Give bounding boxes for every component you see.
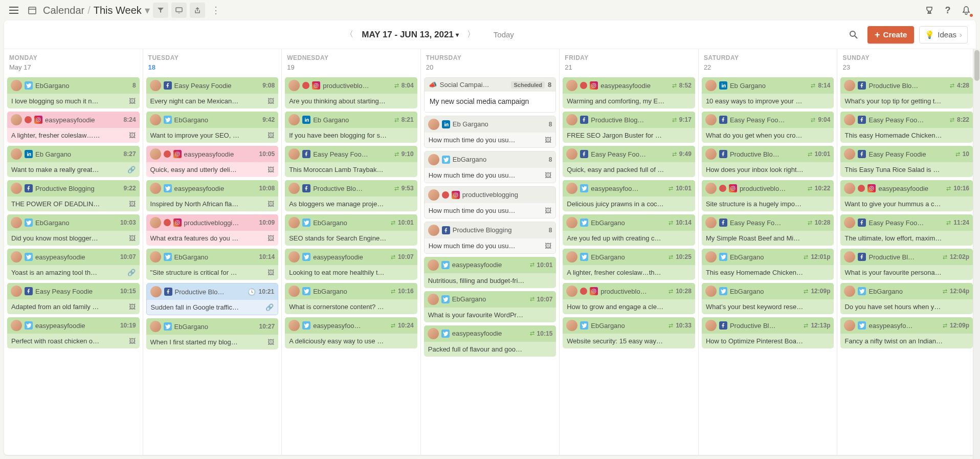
avatar [705, 183, 717, 194]
post-card[interactable]: EbGargano ⇄ 10:33 Website security: 15 e… [563, 317, 695, 348]
day-body[interactable]: EbGargano 8 I love blogging so much it n… [4, 75, 143, 455]
scrollbar-thumb[interactable] [974, 50, 979, 81]
post-card[interactable]: Easy Peasy Foodie 10:15 Adapted from an … [7, 283, 140, 314]
post-card[interactable]: easypeasyfoodie ⇄ 8:52 Warming and comfo… [563, 77, 695, 108]
post-card[interactable]: Eb Gargano 8 How much time do you usu… 🖼 [424, 116, 556, 148]
post-card[interactable]: Easy Peasy Foo… ⇄ 9:04 What do you get w… [702, 112, 834, 143]
bell-icon[interactable] [959, 3, 974, 18]
post-text: The ultimate, low effort, maxim… [844, 234, 969, 242]
day-body[interactable]: Easy Peasy Foodie 9:08 Every night can b… [143, 75, 282, 455]
image-icon: 🖼 [129, 132, 136, 139]
post-text: How much time do you usu… [429, 242, 542, 250]
post-card[interactable]: productiveblo… ⇄ 8:04 Are you thinking a… [285, 77, 417, 108]
post-card[interactable]: easypeasyfoodie 10:08 Inspired by North … [146, 180, 279, 211]
post-card[interactable]: EbGargano ⇄ 12:09p What's your best keyw… [702, 283, 834, 314]
post-card[interactable]: productiveblo… ⇄ 10:28 How to grow and e… [563, 283, 695, 314]
date-range-picker[interactable]: MAY 17 - JUN 13, 2021 ▾ [362, 30, 459, 40]
post-card[interactable]: easypeasyfo… ⇄ 12:09p Fancy a nifty twis… [840, 317, 973, 348]
post-card[interactable]: Productive Blogging 9:22 THE POWER OF DE… [7, 180, 140, 211]
post-text: Are you fed up with creating c… [567, 234, 691, 242]
post-card[interactable]: easypeasyfoodie ⇄ 10:01 Nutritious, fill… [424, 257, 556, 288]
post-card[interactable]: EbGargano 10:03 Did you know most blogge… [7, 214, 140, 246]
campaign-card[interactable]: 📣 Social Campai… Scheduled 8 My new soci… [424, 77, 556, 113]
help-icon[interactable]: ? [940, 3, 955, 18]
post-card[interactable]: easypeasyfoodie ⇄ 10:07 Looking to eat m… [285, 249, 417, 280]
post-card[interactable]: easypeasyfoodie 10:07 Yoast is an amazin… [7, 249, 140, 280]
day-body[interactable]: 📣 Social Campai… Scheduled 8 My new soci… [421, 75, 560, 455]
post-card[interactable]: easypeasyfoo… ⇄ 10:24 A deliciously easy… [285, 317, 417, 348]
prev-arrow[interactable]: 〈 [342, 28, 357, 42]
search-icon[interactable] [849, 30, 858, 39]
account-name: EbGargano [35, 219, 118, 227]
post-card[interactable]: Productive Bl… ⇄ 12:13p How to Optimize … [702, 317, 834, 348]
post-card[interactable]: EbGargano ⇄ 12:01p This easy Homemade Ch… [702, 249, 834, 280]
screen-button[interactable] [171, 3, 187, 18]
post-card[interactable]: Productive Blo… ⇄ 10:01 How does your in… [702, 146, 834, 177]
post-card[interactable]: EbGargano ⇄ 10:16 What is cornerstone co… [285, 283, 417, 314]
post-card[interactable]: easypeasyfoodie 10:19 Perfect with roast… [7, 317, 140, 348]
post-card[interactable]: easypeasyfoodie 8:24 A lighter, fresher … [7, 112, 140, 143]
day-body[interactable]: productiveblo… ⇄ 8:04 Are you thinking a… [282, 75, 420, 455]
post-card[interactable]: Eb Gargano 8:27 Want to make a really gr… [7, 146, 140, 177]
tw-icon [302, 287, 310, 295]
post-card[interactable]: EbGargano 8 I love blogging so much it n… [7, 77, 140, 108]
post-card[interactable]: Productive Blo… 🕓 10:21 Sudden fall in G… [146, 283, 279, 315]
post-card[interactable]: Productive Blo… ⇄ 9:53 As bloggers we ma… [285, 180, 417, 211]
post-card[interactable]: Eb Gargano ⇄ 8:14 10 easy ways to improv… [702, 77, 834, 108]
post-card[interactable]: Productive Blo… ⇄ 4:28 What's your top t… [840, 77, 973, 108]
menu-icon[interactable] [6, 3, 21, 18]
post-card[interactable]: Easy Peasy Fo… ⇄ 10:28 My Simple Roast B… [702, 214, 834, 246]
breadcrumb-app[interactable]: Calendar [43, 5, 84, 16]
next-arrow[interactable]: 〉 [464, 28, 478, 42]
trophy-icon[interactable] [922, 3, 937, 18]
post-card[interactable]: EbGargano 10:27 When I first started my … [146, 318, 279, 349]
post-card[interactable]: easypeasyfoodie 10:05 Quick, easy and ut… [146, 146, 279, 177]
post-card[interactable]: Easy Peasy Foodie ⇄ 10 This Easy Tuna Ri… [840, 146, 973, 177]
post-card[interactable]: EbGargano ⇄ 10:07 What is your favourite… [424, 291, 556, 322]
day-body[interactable]: easypeasyfoodie ⇄ 8:52 Warming and comfo… [560, 75, 698, 455]
post-card[interactable]: EbGargano 9:42 Want to improve your SEO,… [146, 112, 279, 143]
ideas-button[interactable]: 💡Ideas› [919, 26, 968, 43]
account-name: Productive Bl… [868, 253, 940, 261]
calendar-grid: MONDAY May 17 EbGargano 8 I love bloggin… [4, 49, 976, 455]
post-text: This easy Homemade Chicken… [844, 132, 969, 139]
breadcrumb-view[interactable]: This Week [94, 5, 142, 16]
post-card[interactable]: EbGargano ⇄ 10:14 Are you fed up with cr… [563, 214, 695, 246]
account-name: Easy Peasy Foodie [868, 150, 952, 158]
scrollbar[interactable] [973, 49, 980, 459]
avatar [288, 286, 300, 297]
post-card[interactable]: productiveblogging How much time do you … [424, 186, 556, 218]
today-button[interactable]: Today [494, 30, 514, 39]
post-card[interactable]: Eb Gargano ⇄ 8:21 If you have been blogg… [285, 112, 417, 143]
post-card[interactable]: Productive Bl… ⇄ 12:02p What is your fav… [840, 249, 973, 280]
post-card[interactable]: EbGargano 8 How much time do you usu… 🖼 [424, 151, 556, 183]
post-card[interactable]: easypeasyfoodie ⇄ 10:16 Want to give you… [840, 180, 973, 211]
shuffle-icon: ⇄ [394, 82, 399, 89]
post-card[interactable]: productiveblo… ⇄ 10:22 Site structure is… [702, 180, 834, 211]
post-card[interactable]: Productive Blog… ⇄ 9:17 FREE SEO Jargon … [563, 112, 695, 143]
day-body[interactable]: Productive Blo… ⇄ 4:28 What's your top t… [837, 75, 976, 455]
tw-icon [164, 322, 172, 331]
svg-point-10 [176, 222, 178, 223]
post-card[interactable]: Easy Peasy Foodie 9:08 Every night can b… [146, 77, 279, 108]
post-card[interactable]: EbGargano ⇄ 10:01 SEO stands for Search … [285, 214, 417, 246]
post-card[interactable]: easypeasyfoo… ⇄ 10:01 Delicious juicy pr… [563, 180, 695, 211]
account-name: easypeasyfoodie [35, 322, 118, 330]
post-card[interactable]: Easy Peasy Foo… ⇄ 11:24 The ultimate, lo… [840, 214, 973, 246]
post-card[interactable]: EbGargano ⇄ 10:25 A lighter, fresher col… [563, 249, 695, 280]
create-button[interactable]: +Create [867, 26, 914, 43]
post-card[interactable]: EbGargano 10:14 "Site structure is criti… [146, 249, 279, 280]
post-card[interactable]: Productive Blogging 8 How much time do y… [424, 222, 556, 254]
post-card[interactable]: productivebloggi… 10:09 What extra featu… [146, 214, 279, 246]
export-button[interactable] [190, 3, 205, 18]
post-card[interactable]: Easy Peasy Foo… ⇄ 8:22 This easy Homemad… [840, 112, 973, 143]
filter-button[interactable] [153, 3, 168, 18]
post-card[interactable]: Easy Peasy Foo… ⇄ 9:49 Quick, easy and p… [563, 146, 695, 177]
post-card[interactable]: EbGargano ⇄ 12:04p Do you have set hours… [840, 283, 973, 314]
chevron-down-icon[interactable]: ▾ [145, 4, 150, 16]
more-icon[interactable]: ⋮ [208, 3, 224, 18]
post-card[interactable]: easypeasyfoodie ⇄ 10:15 Packed full of f… [424, 325, 556, 357]
fb-icon [25, 287, 33, 295]
post-card[interactable]: Easy Peasy Foo… ⇄ 9:10 This Moroccan Lam… [285, 146, 417, 177]
day-body[interactable]: Eb Gargano ⇄ 8:14 10 easy ways to improv… [699, 75, 837, 455]
